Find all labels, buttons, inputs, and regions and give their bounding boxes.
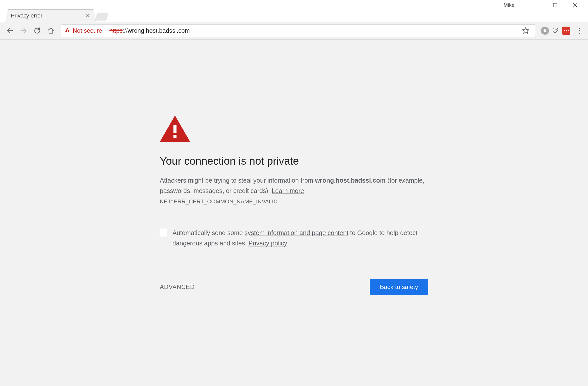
privacy-policy-link[interactable]: Privacy policy [248, 240, 287, 247]
back-to-safety-button[interactable]: Back to safety [370, 279, 428, 295]
window-minimize-button[interactable] [525, 0, 545, 10]
back-button[interactable] [4, 24, 16, 37]
security-warning-icon [65, 27, 70, 34]
new-tab-button[interactable] [95, 13, 109, 21]
svg-rect-6 [67, 29, 68, 31]
bookmark-star-icon[interactable] [519, 24, 532, 37]
ssl-interstitial: Your connection is not private Attackers… [160, 115, 428, 295]
learn-more-link[interactable]: Learn more [272, 187, 304, 194]
home-button[interactable] [45, 24, 57, 37]
warning-triangle-icon [160, 115, 428, 142]
url-text: https://wrong.host.badssl.com [109, 27, 190, 34]
address-bar[interactable]: Not secure https://wrong.host.badssl.com [61, 24, 536, 37]
profile-user-label[interactable]: Mike [504, 2, 515, 8]
action-row: ADVANCED Back to safety [160, 279, 428, 295]
reload-button[interactable] [31, 24, 44, 37]
tab-strip: Privacy error ✕ [0, 9, 588, 22]
extension-sp-icon[interactable]: SP [552, 27, 560, 35]
window-maximize-button[interactable] [545, 0, 565, 10]
extension-lastpass-icon[interactable] [562, 27, 570, 35]
svg-rect-11 [173, 135, 177, 138]
tab-title: Privacy error [11, 12, 85, 19]
svg-marker-8 [523, 28, 529, 34]
window-controls [525, 0, 585, 10]
warning-paragraph: Attackers might be trying to steal your … [160, 175, 428, 196]
svg-rect-1 [553, 3, 557, 7]
browser-menu-button[interactable] [574, 26, 584, 36]
advanced-button[interactable]: ADVANCED [160, 283, 195, 291]
page-content: Your connection is not private Attackers… [0, 40, 588, 386]
tab-close-button[interactable]: ✕ [85, 13, 90, 19]
optin-row: Automatically send some system informati… [160, 228, 428, 249]
error-code: NET::ERR_CERT_COMMON_NAME_INVALID [160, 198, 428, 205]
security-status-label: Not secure [73, 27, 102, 34]
browser-tab[interactable]: Privacy error ✕ [5, 9, 96, 22]
svg-rect-7 [67, 31, 68, 32]
optin-checkbox[interactable] [160, 229, 167, 236]
separator [106, 27, 106, 34]
extension-offline-icon[interactable] [541, 27, 549, 35]
window-close-button[interactable] [565, 0, 585, 10]
extension-icons: SP [541, 26, 584, 36]
warning-host: wrong.host.badssl.com [315, 177, 386, 184]
window-caption: Mike [0, 0, 588, 10]
page-headline: Your connection is not private [160, 155, 428, 167]
forward-button[interactable] [17, 24, 30, 37]
system-info-link[interactable]: system information and page content [245, 229, 348, 236]
svg-rect-10 [173, 125, 177, 133]
optin-text: Automatically send some system informati… [172, 228, 428, 249]
toolbar: Not secure https://wrong.host.badssl.com… [0, 22, 588, 40]
